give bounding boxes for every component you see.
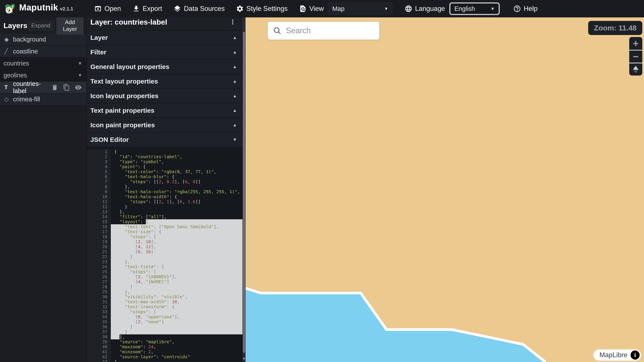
chevron-up-icon: ▲: [233, 79, 237, 84]
language-label-group: Language: [404, 5, 445, 13]
chevron-up-icon: ▲: [233, 50, 237, 55]
layer-editor-title-bar: Layer: countries-label: [87, 18, 242, 31]
layer-label: coastline: [13, 48, 38, 55]
compass-reset-button[interactable]: [629, 63, 642, 76]
section-label: Layer: [90, 34, 108, 41]
diamond-outline-icon: ◇: [4, 96, 13, 103]
section-icon-paint-properties[interactable]: Icon paint properties▲: [87, 118, 242, 132]
section-label: Text layout properties: [90, 78, 158, 85]
code-line: 30 "visibility": "visible",: [87, 294, 242, 299]
coastline-map-graphic: [246, 18, 644, 362]
zoom-in-button[interactable]: +: [629, 37, 642, 50]
chevron-up-icon: ▲: [233, 123, 237, 127]
info-icon[interactable]: i: [630, 350, 640, 359]
section-label: Text paint properties: [90, 107, 154, 114]
section-general-layout-properties[interactable]: General layout properties▲: [87, 60, 242, 74]
chevron-down-icon: ▼: [78, 73, 82, 78]
code-line: 34 [0, "uppercase"],: [87, 314, 242, 319]
open-icon: [94, 5, 102, 13]
code-line: 6 "text-halo-blur": {: [87, 174, 242, 179]
brand: Maputnik v2.1.1: [4, 3, 73, 15]
zoom-level-indicator: Zoom: 11.48: [588, 21, 642, 35]
section-layer[interactable]: Layer▲: [87, 31, 242, 45]
code-line: 37 }: [87, 329, 242, 334]
delete-icon[interactable]: [51, 84, 58, 91]
chevron-down-icon: ▼: [490, 6, 495, 11]
group-label: countries: [4, 60, 78, 67]
code-line: 8 },: [87, 184, 242, 189]
code-line: 32 "text-transform": {: [87, 304, 242, 309]
code-line: 13 },: [87, 209, 242, 214]
code-line: 1{: [87, 149, 242, 154]
view-icon: [299, 5, 307, 13]
style-settings-button[interactable]: Style Settings: [236, 5, 288, 13]
code-line: 23 },: [87, 259, 242, 264]
style-settings-icon: [236, 5, 244, 13]
layer-item-background[interactable]: ◆background: [0, 34, 86, 46]
section-text-paint-properties[interactable]: Text paint properties▲: [87, 103, 242, 118]
app-name: Maputnik: [19, 3, 58, 13]
export-icon: [132, 5, 140, 13]
editor-scrollbar-thumb[interactable]: [243, 32, 245, 353]
code-line: 43}: [87, 359, 242, 362]
layer-item-countries-label[interactable]: Tcountries-label: [0, 82, 86, 94]
chevron-down-icon: ▼: [78, 61, 82, 66]
code-line: 29 },: [87, 289, 242, 294]
export-label: Export: [143, 5, 162, 13]
code-line: 9 "text-halo-color": "rgba(255, 255, 255…: [87, 189, 242, 194]
minus-icon: −: [633, 52, 639, 62]
view-select[interactable]: Map ▼: [328, 3, 392, 15]
language-label: Language: [415, 5, 445, 13]
data-sources-button[interactable]: Data Sources: [174, 5, 225, 13]
visibility-icon[interactable]: [75, 84, 82, 91]
layers-header: Layers Expand Add Layer: [0, 18, 86, 34]
search-icon: [273, 26, 282, 35]
expand-button[interactable]: Expand: [28, 20, 54, 31]
code-line: 40 "maxzoom": 24,: [87, 344, 242, 349]
section-json-editor[interactable]: JSON Editor▼: [87, 132, 242, 147]
code-line: 41 "minzoom": 2,: [87, 349, 242, 354]
language-select[interactable]: English ▼: [449, 3, 500, 15]
json-editor[interactable]: 1{2 "id": "countries-label",3 "type": "s…: [87, 147, 242, 362]
kebab-menu-icon[interactable]: [230, 19, 236, 25]
group-header-geolines[interactable]: geolines▼: [0, 70, 86, 82]
view-label-group: View: [299, 5, 324, 13]
layer-label: crimea-fill: [13, 96, 40, 103]
code-line: 21 [6, 16]: [87, 249, 242, 254]
attribution-link[interactable]: MapLibre: [600, 351, 628, 359]
compass-icon: [633, 66, 638, 73]
section-label: Icon layout properties: [90, 92, 158, 100]
layer-item-coastline[interactable]: ╱coastline: [0, 46, 86, 58]
group-header-countries[interactable]: countries▼: [0, 58, 86, 70]
code-line: 18 "stops": [: [87, 234, 242, 239]
add-layer-button[interactable]: Add Layer: [56, 17, 84, 35]
code-line: 24 "text-field": {: [87, 264, 242, 269]
zoom-out-button[interactable]: −: [629, 50, 642, 63]
layer-item-crimea-fill[interactable]: ◇crimea-fill: [0, 94, 86, 105]
layer-label: background: [13, 36, 46, 43]
section-icon-layout-properties[interactable]: Icon layout properties▲: [87, 89, 242, 103]
code-line: 20 [4, 12],: [87, 244, 242, 249]
code-line: 10 "text-halo-width": {: [87, 194, 242, 199]
open-label: Open: [104, 5, 121, 13]
duplicate-icon[interactable]: [63, 84, 70, 91]
property-sections: Layer▲Filter▲General layout properties▲T…: [87, 31, 242, 147]
section-text-layout-properties[interactable]: Text layout properties▲: [87, 74, 242, 89]
layers-title: Layers: [4, 21, 28, 30]
code-line: 31 "text-max-width": 10,: [87, 299, 242, 304]
code-line: 33 "stops": [: [87, 309, 242, 314]
group-label: geolines: [4, 72, 78, 79]
help-button[interactable]: Help: [513, 5, 538, 13]
scrollbar-down-arrow-icon[interactable]: [243, 358, 245, 360]
code-line: 22 ]: [87, 254, 242, 259]
open-button[interactable]: Open: [94, 5, 121, 13]
search-input[interactable]: [286, 22, 387, 40]
style-settings-label: Style Settings: [246, 5, 288, 13]
export-button[interactable]: Export: [132, 5, 162, 13]
code-line: 36 ]: [87, 324, 242, 329]
map-canvas[interactable]: Zoom: 11.48 + − MapLibre i: [246, 18, 644, 362]
layer-actions: [51, 84, 86, 91]
section-label: JSON Editor: [90, 136, 129, 143]
line-diagonal-icon: ╱: [4, 48, 13, 55]
section-filter[interactable]: Filter▲: [87, 45, 242, 60]
